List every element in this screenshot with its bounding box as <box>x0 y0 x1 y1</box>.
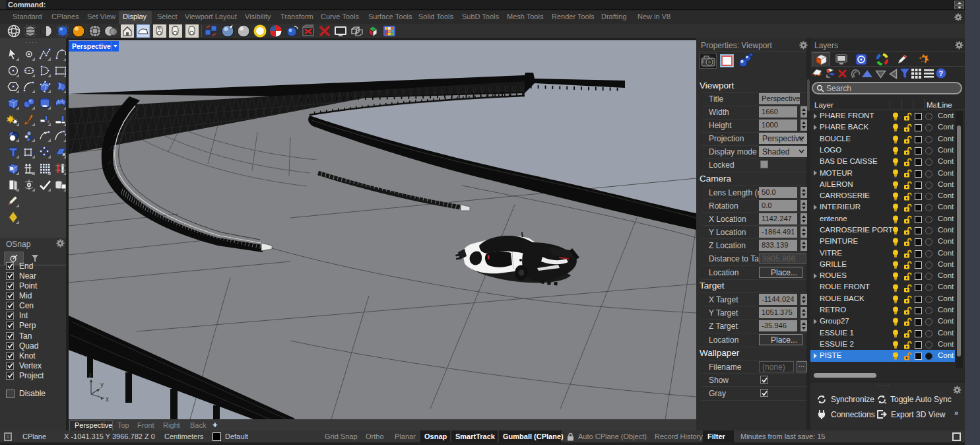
svg-text:?: ? <box>939 69 944 77</box>
svg-text:x: x <box>106 395 109 403</box>
svg-text:y: y <box>100 381 104 388</box>
svg-text:z: z <box>88 372 92 379</box>
